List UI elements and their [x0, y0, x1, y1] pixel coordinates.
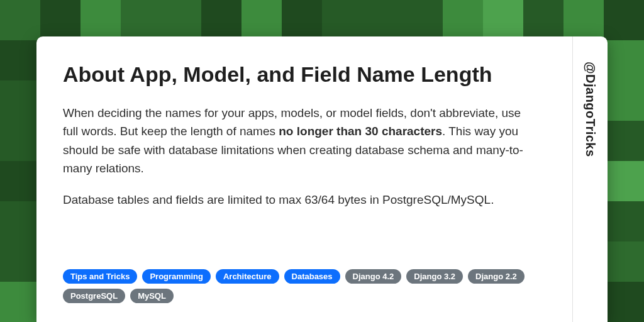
article-content: About App, Model, and Field Name Length … [36, 36, 572, 322]
tag-django-2-2[interactable]: Django 2.2 [468, 269, 525, 284]
tag-mysql[interactable]: MySQL [130, 289, 174, 303]
p1-bold: no longer than 30 characters [279, 125, 442, 138]
tag-django-4-2[interactable]: Django 4.2 [345, 269, 402, 284]
tag-architecture[interactable]: Architecture [216, 269, 279, 284]
sidebar: @DjangoTricks [572, 36, 608, 322]
article-title: About App, Model, and Field Name Length [63, 62, 516, 87]
tag-tips-and-tricks[interactable]: Tips and Tricks [63, 269, 137, 284]
author-handle: @DjangoTricks [583, 62, 597, 157]
tag-list: Tips and TricksProgrammingArchitectureDa… [63, 269, 547, 307]
article-card: About App, Model, and Field Name Length … [36, 36, 608, 322]
article-paragraph-1: When deciding the names for your apps, m… [63, 104, 528, 178]
tag-databases[interactable]: Databases [284, 269, 340, 284]
article-paragraph-2: Database tables and fields are limited t… [63, 191, 528, 209]
tag-programming[interactable]: Programming [142, 269, 211, 284]
tag-django-3-2[interactable]: Django 3.2 [406, 269, 463, 284]
tag-postgresql[interactable]: PostgreSQL [63, 289, 125, 303]
